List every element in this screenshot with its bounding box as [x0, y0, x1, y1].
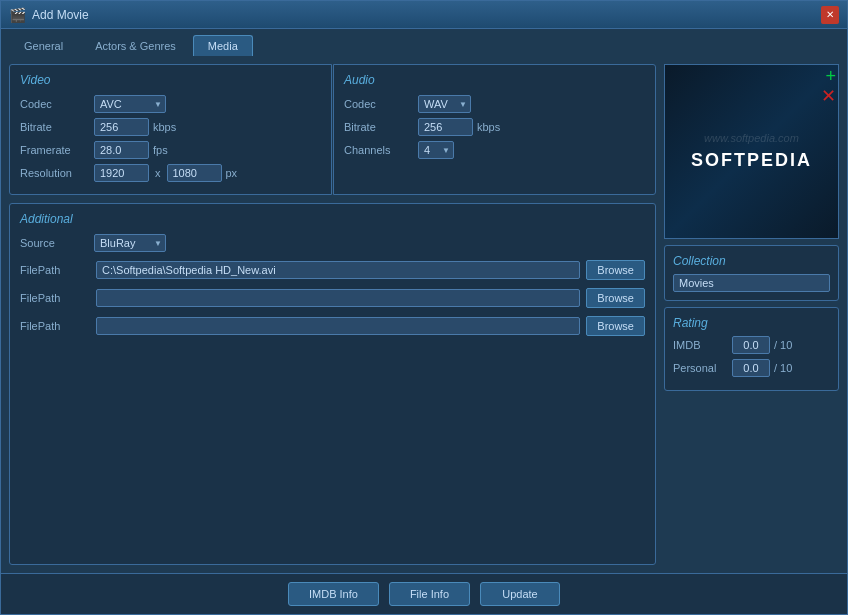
- video-section-title: Video: [20, 73, 321, 87]
- browse3-button[interactable]: Browse: [586, 316, 645, 336]
- thumbnail-area: www.softpedia.com SOFTPEDIA + ✕: [664, 64, 839, 239]
- imdb-info-button[interactable]: IMDB Info: [288, 582, 379, 606]
- audio-channels-row: Channels 1 2 4 6 ▼: [344, 141, 645, 159]
- audio-bitrate-row: Bitrate kbps: [344, 118, 645, 136]
- video-framerate-row: Framerate fps: [20, 141, 321, 159]
- imdb-rating-label: IMDB: [673, 339, 728, 351]
- video-resolution-row: Resolution x px: [20, 164, 321, 182]
- video-codec-select[interactable]: AVC H.264 MPEG-2: [94, 95, 166, 113]
- audio-codec-select[interactable]: WAV MP3 AAC: [418, 95, 471, 113]
- collection-input[interactable]: [673, 274, 830, 292]
- additional-section: Additional Source BluRay DVD HDTV WEB-DL: [9, 203, 656, 565]
- video-codec-select-wrapper: AVC H.264 MPEG-2 ▼: [94, 95, 166, 113]
- audio-bitrate-unit: kbps: [477, 121, 500, 133]
- thumbnail-logo: SOFTPEDIA: [691, 150, 812, 171]
- source-select-wrapper: BluRay DVD HDTV WEB-DL ▼: [94, 234, 166, 252]
- collection-section: Collection: [664, 245, 839, 301]
- filepath2-input[interactable]: [96, 289, 580, 307]
- filepath1-row: FilePath Browse: [20, 260, 645, 280]
- video-framerate-unit: fps: [153, 144, 168, 156]
- video-framerate-label: Framerate: [20, 144, 90, 156]
- filepath1-input[interactable]: [96, 261, 580, 279]
- thumbnail-watermark: www.softpedia.com: [691, 132, 812, 144]
- browse1-button[interactable]: Browse: [586, 260, 645, 280]
- thumbnail-add-button[interactable]: +: [825, 67, 836, 85]
- imdb-rating-input[interactable]: [732, 336, 770, 354]
- audio-section-title: Audio: [344, 73, 645, 87]
- audio-section: Audio Codec WAV MP3 AAC ▼: [333, 64, 656, 195]
- video-resolution-x: x: [153, 167, 163, 179]
- tab-general[interactable]: General: [9, 35, 78, 56]
- main-panel: Video Codec AVC H.264 MPEG-2 ▼: [9, 64, 656, 565]
- video-fields: Codec AVC H.264 MPEG-2 ▼ B: [20, 95, 321, 182]
- audio-codec-select-wrapper: WAV MP3 AAC ▼: [418, 95, 471, 113]
- video-resolution-unit: px: [226, 167, 238, 179]
- video-bitrate-unit: kbps: [153, 121, 176, 133]
- audio-codec-row: Codec WAV MP3 AAC ▼: [344, 95, 645, 113]
- filepath2-row: FilePath Browse: [20, 288, 645, 308]
- source-select[interactable]: BluRay DVD HDTV WEB-DL: [94, 234, 166, 252]
- title-bar: 🎬 Add Movie ✕: [1, 1, 847, 29]
- audio-channels-select-wrapper: 1 2 4 6 ▼: [418, 141, 454, 159]
- additional-fields: Source BluRay DVD HDTV WEB-DL ▼: [20, 234, 645, 336]
- app-icon: 🎬: [9, 7, 26, 23]
- personal-rating-max: / 10: [774, 362, 792, 374]
- tab-media[interactable]: Media: [193, 35, 253, 56]
- update-button[interactable]: Update: [480, 582, 560, 606]
- audio-bitrate-input[interactable]: [418, 118, 473, 136]
- filepath3-row: FilePath Browse: [20, 316, 645, 336]
- close-button[interactable]: ✕: [821, 6, 839, 24]
- source-label: Source: [20, 237, 90, 249]
- video-bitrate-label: Bitrate: [20, 121, 90, 133]
- audio-channels-label: Channels: [344, 144, 414, 156]
- imdb-rating-max: / 10: [774, 339, 792, 351]
- audio-fields: Codec WAV MP3 AAC ▼ Bitrat: [344, 95, 645, 159]
- thumbnail-delete-button[interactable]: ✕: [821, 87, 836, 105]
- collection-section-title: Collection: [673, 254, 830, 268]
- filepath2-label: FilePath: [20, 292, 90, 304]
- video-resolution-w-input[interactable]: [94, 164, 149, 182]
- video-resolution-label: Resolution: [20, 167, 90, 179]
- source-row: Source BluRay DVD HDTV WEB-DL ▼: [20, 234, 645, 252]
- video-resolution-h-input[interactable]: [167, 164, 222, 182]
- video-section: Video Codec AVC H.264 MPEG-2 ▼: [9, 64, 332, 195]
- video-codec-row: Codec AVC H.264 MPEG-2 ▼: [20, 95, 321, 113]
- audio-codec-label: Codec: [344, 98, 414, 110]
- title-bar-left: 🎬 Add Movie: [9, 7, 89, 23]
- thumbnail-content: www.softpedia.com SOFTPEDIA: [691, 132, 812, 171]
- window-title: Add Movie: [32, 8, 89, 22]
- app-window: 🎬 Add Movie ✕ General Actors & Genres Me…: [0, 0, 848, 615]
- video-codec-label: Codec: [20, 98, 90, 110]
- right-panel: www.softpedia.com SOFTPEDIA + ✕ Collecti…: [664, 64, 839, 565]
- personal-rating-row: Personal / 10: [673, 359, 830, 377]
- footer: IMDB Info File Info Update: [1, 573, 847, 614]
- imdb-rating-row: IMDB / 10: [673, 336, 830, 354]
- personal-rating-input[interactable]: [732, 359, 770, 377]
- audio-channels-select[interactable]: 1 2 4 6: [418, 141, 454, 159]
- additional-section-title: Additional: [20, 212, 645, 226]
- file-info-button[interactable]: File Info: [389, 582, 470, 606]
- audio-bitrate-label: Bitrate: [344, 121, 414, 133]
- tab-actors-genres[interactable]: Actors & Genres: [80, 35, 191, 56]
- content-area: Video Codec AVC H.264 MPEG-2 ▼: [1, 56, 847, 573]
- filepath3-input[interactable]: [96, 317, 580, 335]
- filepath3-label: FilePath: [20, 320, 90, 332]
- filepath1-label: FilePath: [20, 264, 90, 276]
- rating-section-title: Rating: [673, 316, 830, 330]
- tab-bar: General Actors & Genres Media: [1, 29, 847, 56]
- browse2-button[interactable]: Browse: [586, 288, 645, 308]
- video-framerate-input[interactable]: [94, 141, 149, 159]
- video-bitrate-input[interactable]: [94, 118, 149, 136]
- personal-rating-label: Personal: [673, 362, 728, 374]
- media-sections-row: Video Codec AVC H.264 MPEG-2 ▼: [9, 64, 656, 195]
- rating-section: Rating IMDB / 10 Personal / 10: [664, 307, 839, 391]
- video-bitrate-row: Bitrate kbps: [20, 118, 321, 136]
